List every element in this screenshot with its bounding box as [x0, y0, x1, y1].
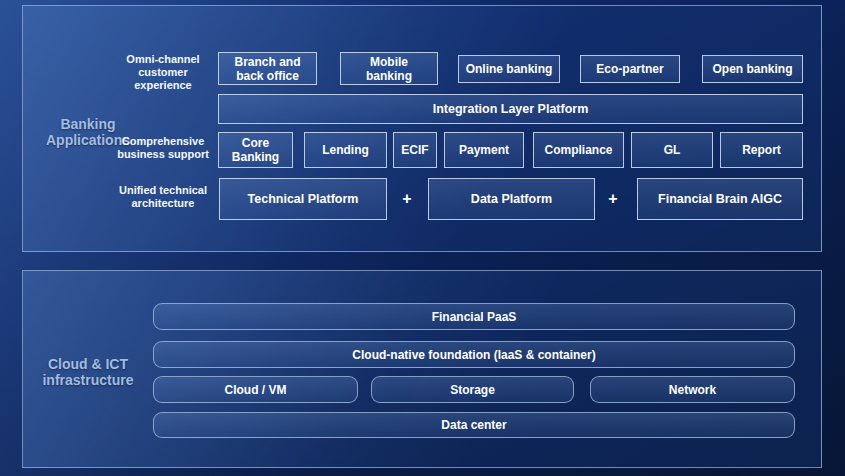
label-omni-channel: Omni-channel customer experience	[112, 53, 214, 92]
box-financial-paas: Financial PaaS	[153, 303, 795, 330]
box-line: banking	[366, 69, 412, 83]
box-line: Storage	[450, 383, 495, 397]
box-line: Lending	[322, 143, 369, 157]
box-line: Mobile	[366, 55, 412, 69]
box-data-platform: Data Platform	[428, 178, 595, 220]
box-line: Cloud-native foundation (IaaS & containe…	[352, 348, 595, 362]
box-network: Network	[590, 376, 795, 403]
title-line: Banking	[20, 116, 156, 132]
label-line: experience	[112, 79, 214, 92]
box-line: Network	[669, 383, 716, 397]
label-line: Comprehensive	[112, 135, 214, 148]
box-storage: Storage	[371, 376, 574, 403]
box-line: Eco-partner	[596, 62, 663, 76]
label-line: customer	[112, 66, 214, 79]
label-unified-architecture: Unified technical architecture	[112, 184, 214, 210]
box-line: Integration Layer Platform	[433, 102, 589, 116]
box-line: Technical Platform	[248, 192, 359, 206]
box-line: Data center	[441, 418, 506, 432]
box-mobile-banking: Mobile banking	[340, 52, 438, 85]
title-line: infrastructure	[20, 372, 156, 388]
box-line: Compliance	[544, 143, 612, 157]
box-open-banking: Open banking	[702, 55, 803, 83]
box-line: back office	[234, 69, 300, 83]
box-cloud-native-foundation: Cloud-native foundation (IaaS & containe…	[153, 341, 795, 368]
cloud-ict-title: Cloud & ICT infrastructure	[20, 356, 156, 388]
box-line: Financial PaaS	[432, 310, 517, 324]
label-line: Omni-channel	[112, 53, 214, 66]
box-line: Online banking	[466, 62, 553, 76]
box-line: Report	[742, 143, 781, 157]
box-branch-back-office: Branch and back office	[218, 52, 317, 85]
box-label: Core Banking	[232, 136, 279, 164]
box-payment: Payment	[444, 132, 524, 168]
box-data-center: Data center	[153, 412, 795, 438]
title-line: Cloud & ICT	[20, 356, 156, 372]
label-line: business support	[112, 148, 214, 161]
label-line: architecture	[112, 197, 214, 210]
box-line: Financial Brain AIGC	[658, 192, 782, 206]
plus-separator: +	[603, 178, 623, 220]
box-line: ECIF	[401, 143, 428, 157]
box-eco-partner: Eco-partner	[580, 55, 680, 83]
architecture-diagram: Banking Applications Omni-channel custom…	[0, 0, 845, 476]
box-line: Data Platform	[471, 192, 552, 206]
box-line: Banking	[232, 150, 279, 164]
box-financial-brain-aigc: Financial Brain AIGC	[637, 178, 803, 220]
box-label: Mobile banking	[366, 55, 412, 83]
plus-sign: +	[402, 190, 411, 208]
box-line: Cloud / VM	[225, 383, 287, 397]
box-online-banking: Online banking	[458, 55, 560, 83]
box-lending: Lending	[304, 132, 387, 168]
plus-separator: +	[397, 178, 417, 220]
box-core-banking: Core Banking	[218, 132, 293, 168]
box-line: GL	[664, 143, 681, 157]
box-cloud-vm: Cloud / VM	[153, 376, 358, 403]
box-line: Payment	[459, 143, 509, 157]
label-line: Unified technical	[112, 184, 214, 197]
box-line: Core	[232, 136, 279, 150]
plus-sign: +	[608, 190, 617, 208]
box-report: Report	[720, 132, 803, 168]
box-line: Open banking	[712, 62, 792, 76]
label-business-support: Comprehensive business support	[112, 135, 214, 161]
box-compliance: Compliance	[533, 132, 624, 168]
box-line: Branch and	[234, 55, 300, 69]
box-technical-platform: Technical Platform	[219, 178, 387, 220]
box-gl: GL	[631, 132, 713, 168]
box-integration-layer-platform: Integration Layer Platform	[218, 94, 803, 124]
box-ecif: ECIF	[393, 132, 437, 168]
box-label: Branch and back office	[234, 55, 300, 83]
